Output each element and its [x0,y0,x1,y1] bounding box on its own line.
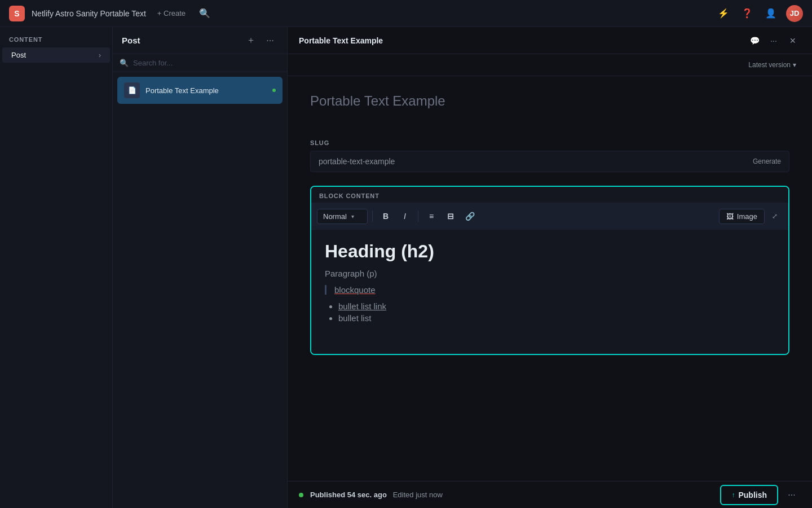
add-item-button[interactable]: ＋ [243,33,259,49]
bullet-link-text: bullet list link [338,301,386,311]
version-bar: Latest version ▾ [288,54,812,76]
title-field-section: Portable Text Example [310,93,789,126]
publish-label: Publish [738,491,767,500]
generate-button[interactable]: Generate [753,157,781,165]
editor-header: Portable Text Example 💬 ··· ✕ [288,27,812,54]
image-icon: 🖼 [726,212,734,221]
list-panel-actions: ＋ ··· [243,33,278,49]
status-dot [272,89,276,92]
block-paragraph: Paragraph (p) [325,269,775,278]
sidebar-item-label: Post [11,51,26,59]
image-button[interactable]: 🖼 Image [719,209,765,224]
document-icon: 📄 [124,82,140,98]
expand-button[interactable]: ⤢ [767,208,783,224]
block-toolbar: Normal ▾ B I ≡ ⊟ 🔗 🖼 Image ⤢ [311,203,788,230]
chevron-down-icon: ▾ [351,213,354,220]
sidebar-item-post[interactable]: Post › [2,47,110,63]
topbar: S Netlify Astro Sanity Portable Text + C… [0,0,812,27]
style-select-label: Normal [323,212,347,221]
list-item-label: Portable Text Example [145,86,267,95]
list-item-plain: bullet list [338,313,775,323]
editor-panel: Portable Text Example 💬 ··· ✕ Latest ver… [288,27,812,508]
block-heading: Heading (h2) [325,241,775,262]
bold-button[interactable]: B [377,208,394,225]
upload-icon: ↑ [731,491,735,499]
list-panel-title: Post [122,36,239,45]
close-button[interactable]: ✕ [785,33,801,49]
comment-button[interactable]: 💬 [747,33,762,49]
chevron-right-icon: › [99,51,101,59]
search-input[interactable] [133,59,280,67]
version-button[interactable]: Latest version ▾ [744,59,801,71]
main-layout: Content Post › Post ＋ ··· 🔍 📄 Portable T… [0,27,812,508]
link-button[interactable]: 🔗 [461,208,478,225]
editor-header-actions: 💬 ··· ✕ [747,33,801,49]
topbar-right: ⚡ ❓ 👤 JD [715,5,803,22]
image-label: Image [737,212,757,221]
version-label: Latest version [748,61,791,69]
bottom-bar: Published 54 sec. ago Edited just now ↑ … [288,481,812,508]
block-editor-area[interactable]: Heading (h2) Paragraph (p) blockquote bu… [311,230,788,354]
slug-label: Slug [310,139,789,146]
block-content-label: Block Content [311,187,788,203]
list-item[interactable]: 📄 Portable Text Example [117,77,283,104]
chevron-down-icon: ▾ [793,61,796,69]
search-icon[interactable]: 🔍 [197,6,213,21]
slug-value: portable-text-example [319,157,748,166]
list-item-link: bullet list link [338,301,775,311]
more-options-button[interactable]: ··· [262,33,278,49]
block-content-wrapper: Block Content Normal ▾ B I ≡ ⊟ 🔗 🖼 [310,186,789,355]
sidebar-section-content: Content [0,36,112,47]
slug-field-section: Slug portable-text-example Generate [310,139,789,172]
create-button[interactable]: + Create [153,7,190,20]
ordered-list-button[interactable]: ⊟ [442,208,459,225]
lightning-icon[interactable]: ⚡ [715,5,732,22]
toolbar-divider-2 [418,211,418,222]
style-select[interactable]: Normal ▾ [317,209,368,224]
help-icon[interactable]: ❓ [739,5,756,22]
slug-input-row: portable-text-example Generate [310,151,789,172]
editor-content: Portable Text Example Slug portable-text… [288,76,812,481]
list-panel: Post ＋ ··· 🔍 📄 Portable Text Example [113,27,288,508]
sidebar: Content Post › [0,27,113,508]
publish-button[interactable]: ↑ Publish [720,485,778,505]
bullet-list-button[interactable]: ≡ [423,208,440,225]
block-list: bullet list link bullet list [325,301,775,323]
title-input[interactable]: Portable Text Example [310,93,789,109]
app-logo: S [9,6,25,21]
more-actions-button[interactable]: ··· [783,486,801,504]
more-options-button[interactable]: ··· [766,33,782,49]
user-icon[interactable]: 👤 [762,5,779,22]
list-search: 🔍 [113,54,287,72]
bottom-actions: ↑ Publish ··· [720,485,801,505]
app-title: Netlify Astro Sanity Portable Text [32,9,146,18]
list-panel-header: Post ＋ ··· [113,27,287,54]
blockquote-text: blockquote [334,285,376,295]
block-blockquote: blockquote [325,285,775,295]
search-icon: 🔍 [120,59,129,67]
italic-button[interactable]: I [396,208,413,225]
avatar[interactable]: JD [786,5,803,22]
toolbar-divider [372,211,373,222]
list-items: 📄 Portable Text Example [113,72,287,108]
status-text: Published 54 sec. ago Edited just now [310,491,443,499]
editor-document-title: Portable Text Example [299,36,742,45]
status-dot [299,493,303,497]
bullet-plain-text: bullet list [338,313,371,323]
